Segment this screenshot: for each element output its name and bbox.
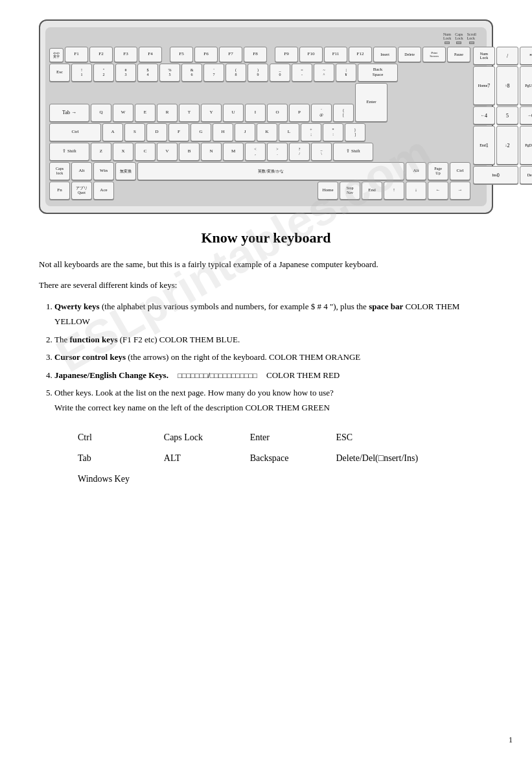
page-title: Know your keyboard [39,230,493,246]
table-cell-windows: Windows Key [78,469,164,490]
key-1: !1 [71,64,92,82]
num-lock-indicator: NumLock [443,32,451,44]
indicator-lights: NumLock CapsLock ScrollLock [49,32,483,44]
numpad: NumLock / * − Home7 ↑8 PgUp9 + ←4 5 →6 [473,47,532,201]
key-types-list: Qwerty keys (the alphabet plus various s… [39,299,493,416]
table-cell-alt: ALT [164,448,250,469]
key-f3: F3 [114,47,137,62]
key-b: B [179,143,200,161]
numpad-dot: Del. [520,166,532,184]
key-f: F [168,123,189,141]
arrow-row: Fn アプリQuot Ace Home StopNav End ↑ ↓ ← → [49,182,470,200]
key-k: K [257,123,277,141]
key-x: X [113,143,133,161]
key-f1: F1 [65,47,88,62]
list-item-5: Other keys. Look at the list on the next… [54,385,493,416]
key-v: V [157,143,178,161]
keyboard-illustration: NumLock CapsLock ScrollLock やや英字 F1 F2 F… [39,19,493,214]
key-f4: F4 [139,47,162,62]
list-item-1-spacebar: space bar [369,302,403,311]
key-comma: <, [245,143,266,161]
list-item-2-bold: function keys [69,335,117,344]
numpad-1: End1 [473,126,495,165]
function-row: やや英字 F1 F2 F3 F4 F5 F6 F7 F8 F9 F10 F11 … [49,47,470,62]
list-item-4: Japanese/English Change Keys. □□□□□□□/□□… [54,368,493,383]
key-8: (8 [226,64,246,82]
key-7: '7 [203,64,224,82]
table-cell-empty-3 [336,469,441,490]
key-j: J [235,123,255,141]
asdf-row: Ctrl A S D F G H J K L +; *: }] [49,123,470,141]
key-arrow-down: ↓ [406,182,426,200]
list-item-4-instruction: COLOR THEM RED [266,370,340,380]
table-cell-empty-1 [164,469,250,490]
key-nav: StopNav [340,182,360,200]
key-f10: F10 [299,47,323,62]
table-row-1: Ctrl Caps Lock Enter ESC [78,427,441,448]
list-item-2: The function keys (F1 F2 etc) COLOR THEM… [54,332,493,347]
number-row: Esc !1 "2 #3 $4 %5 &6 '7 (8 )9 _0 =- ~^ … [49,64,470,82]
table-cell-capslock: Caps Lock [164,427,250,448]
key-insert: Insert [373,47,397,62]
key-i: I [245,104,266,122]
table-row-3: Windows Key [78,469,441,490]
key-fn: Fn [49,182,70,200]
key-p: P [289,104,310,122]
key-f8: F8 [244,47,267,62]
table-cell-enter: Enter [250,427,336,448]
key-g: G [191,123,211,141]
key-n: N [201,143,222,161]
key-a: A [102,123,123,141]
key-h: H [213,123,233,141]
key-9: )9 [248,64,268,82]
key-muhenkan: 無変換 [115,162,136,180]
key-l: L [279,123,299,141]
list-item-1-bold: Qwerty keys [54,302,100,311]
numpad-5: 5 [496,106,518,124]
key-z: Z [91,143,111,161]
key-arrow-left: ← [428,182,448,200]
list-item-4-jp: □□□□□□□/□□□□□□□□□□□ [170,372,264,379]
key-alt-right: Alt [406,162,426,180]
key-esc: Esc [49,64,70,82]
key-app1: アプリQuot [71,182,92,200]
key-q: Q [91,104,111,122]
key-6: &6 [181,64,202,82]
numpad-7: Home7 [473,66,495,105]
numpad-numlock: NumLock [473,47,495,65]
qwerty-row: Tab → Q W E R T Y U I O P `@ {[ Enter [49,83,470,122]
numpad-9: PgUp9 [520,66,532,105]
zxcv-row: ⇧ Shift Z X C V B N M <, >. ?/ _\ ⇧ Shif… [49,143,470,161]
key-bracket-r: }] [345,123,365,141]
table-cell-delete: Delete/Del(□nsert/Ins) [336,448,441,469]
key-space: 英数/変換/かな [137,162,404,180]
key-end: End [362,182,382,200]
key-arrow-up: ↑ [384,182,404,200]
caps-lock-indicator: CapsLock [455,32,463,44]
list-item-1: Qwerty keys (the alphabet plus various s… [54,299,493,329]
list-item-3: Cursor control keys (the arrows) on the … [54,349,493,364]
list-item-3-rest: (the arrows) on the right of the keyboar… [128,352,360,362]
numpad-4: ←4 [473,106,495,124]
key-alt-left: Alt [71,162,92,180]
numpad-0: Ins0 [473,166,518,184]
key-ctrl-right: Ctrl [450,162,470,180]
table-cell-esc: ESC [336,427,441,448]
key-shift-left: ⇧ Shift [49,143,89,161]
intro-paragraph-1: Not all keyboards are the same, but this… [39,258,493,271]
list-item-2-rest: (F1 F2 etc) COLOR THEM BLUE. [120,335,240,344]
key-capslock: Capslock [49,162,70,180]
numpad-3: PgDn3 [520,126,532,165]
key-print: PrintScreen [422,47,446,62]
key-tab: Tab → [49,104,89,122]
key-ctrl-left: Ctrl [49,123,101,141]
numpad-8: ↑8 [496,66,518,105]
scroll-lock-indicator: ScrollLock [467,32,476,44]
key-r: R [157,104,178,122]
key-win: Win [93,162,114,180]
key-s: S [124,123,145,141]
key-arrow-right: → [450,182,470,200]
key-fn-jp: やや英字 [49,48,64,62]
table-cell-empty-2 [250,469,336,490]
key-period: >. [267,143,288,161]
